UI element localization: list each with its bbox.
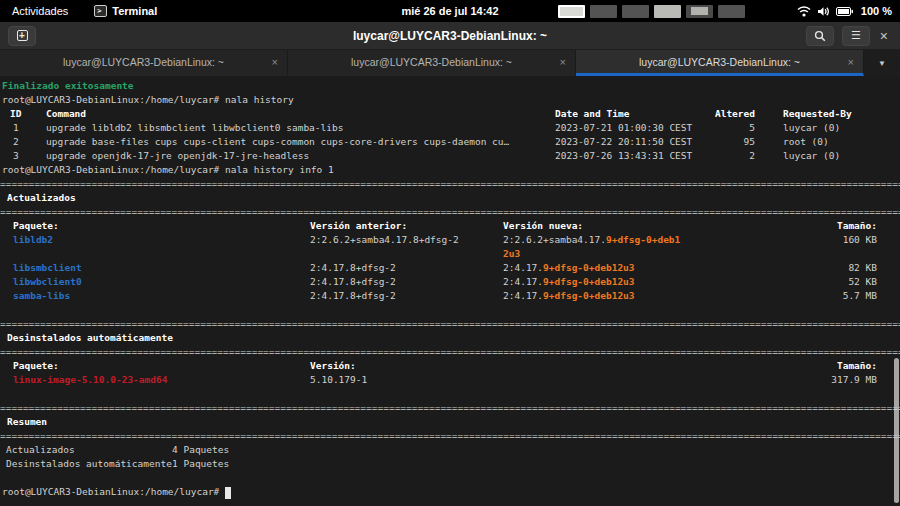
terminal-text: Paquete: xyxy=(13,360,59,371)
terminal-text-segment: 1 Paquetes xyxy=(172,457,229,471)
terminal-text-segment: Finalizado exitosamente xyxy=(2,79,134,93)
terminal-text-segment: Command xyxy=(46,107,86,121)
terminal-text: Altered xyxy=(715,108,755,119)
terminal-line: root@LUYCAR3-DebianLinux:/home/luycar# n… xyxy=(0,93,900,107)
terminal-text: 2:4.17.8+dfsg-2 xyxy=(310,262,396,273)
terminal-text-segment: Requested-By xyxy=(783,107,852,121)
top-bar: Actividades > Terminal mié 26 de jul 14:… xyxy=(0,0,900,22)
terminal-text-segment: Actualizados xyxy=(7,191,76,205)
terminal-text-segment: root (0) xyxy=(783,135,829,149)
window-preview-box[interactable] xyxy=(686,5,713,18)
terminal-text: 2:4.17. xyxy=(503,276,543,287)
terminal-text: upgrade openjdk-17-jre openjdk-17-jre-he… xyxy=(46,150,309,161)
window-preview-box[interactable] xyxy=(718,5,745,18)
terminal-text: samba-libs xyxy=(13,290,70,301)
search-icon xyxy=(814,30,826,42)
terminal-text-segment: 2:4.17.8+dfsg-2 xyxy=(310,261,396,275)
separator-line: ========================================… xyxy=(0,401,900,415)
wifi-icon[interactable] xyxy=(797,6,811,17)
terminal-text-segment: libwbclient0 xyxy=(13,275,82,289)
terminal-text-segment: Versión anterior: xyxy=(310,219,407,233)
terminal-text: Actualizados xyxy=(6,444,75,455)
volume-icon[interactable] xyxy=(817,6,830,17)
terminal-line: Desinstalados automáticamente xyxy=(0,331,900,345)
search-button[interactable] xyxy=(806,26,834,46)
tab-title: luycar@LUYCAR3-DebianLinux: ~ xyxy=(63,56,224,68)
tab-title: luycar@LUYCAR3-DebianLinux: ~ xyxy=(351,56,512,68)
window-header-bar: + luycar@LUYCAR3-DebianLinux: ~ ☰ × xyxy=(0,22,900,50)
separator-line: ========================================… xyxy=(0,205,900,219)
focused-app-menu[interactable]: > Terminal xyxy=(94,5,157,17)
terminal-text-segment: 2023-07-22 20:11:50 CEST xyxy=(555,135,692,149)
terminal-text: Actualizados xyxy=(7,192,76,203)
terminal-text: 9+dfsg-0+deb12u3 xyxy=(543,262,635,273)
terminal-text-segment: 4 Paquetes xyxy=(172,443,229,457)
battery-icon[interactable] xyxy=(836,7,853,16)
terminal-text-segment: 2023-07-26 13:43:31 CEST xyxy=(555,149,692,163)
terminal-text: libldb2 xyxy=(13,234,53,245)
tab-close-icon[interactable]: × xyxy=(848,56,854,68)
terminal-text-segment: 2:2.6.2+samba4.17.8+dfsg-2 xyxy=(310,233,459,247)
window-preview-box[interactable] xyxy=(654,5,681,18)
terminal-text-segment: upgrade base-files cups cups-client cups… xyxy=(46,135,509,149)
window-close-button[interactable]: × xyxy=(870,28,900,44)
terminal-text: 5.7 MB xyxy=(843,290,877,301)
window-preview-box[interactable] xyxy=(590,5,617,18)
terminal-text-segment: 160 KB xyxy=(843,233,877,247)
terminal-text-segment: Paquete: xyxy=(13,219,59,233)
activities-button[interactable]: Actividades xyxy=(0,0,80,22)
terminal-text-segment: 5 xyxy=(749,121,755,135)
terminal-line: Paquete:Versión anterior:Versión nueva:T… xyxy=(0,219,900,233)
tab-list-dropdown-button[interactable]: ▼ xyxy=(864,50,900,76)
terminal-text: Paquete: xyxy=(13,220,59,231)
terminal-line: linux-image-5.10.0-23-amd645.10.179-1317… xyxy=(0,373,900,387)
system-status-menu[interactable]: 100 % xyxy=(797,5,892,17)
separator-line: ========================================… xyxy=(0,345,900,359)
terminal-line: root@LUYCAR3-DebianLinux:/home/luycar# n… xyxy=(0,163,900,177)
terminal-text-segment: ID xyxy=(10,107,21,121)
terminal-text-segment: Versión: xyxy=(310,359,356,373)
terminal-line: Actualizados4 Paquetes xyxy=(0,443,900,457)
terminal-text: 2023-07-22 20:11:50 CEST xyxy=(555,136,692,147)
separator-line: ========================================… xyxy=(0,429,900,443)
terminal-text: 52 KB xyxy=(848,276,877,287)
terminal-text: 2:2.6.2+samba4.17. xyxy=(503,234,606,245)
terminal-text: 160 KB xyxy=(843,234,877,245)
window-preview-box[interactable] xyxy=(622,5,649,18)
terminal-screen[interactable]: Finalizado exitosamenteroot@LUYCAR3-Debi… xyxy=(0,76,900,506)
terminal-text-segment: root@LUYCAR3-DebianLinux:/home/luycar# n… xyxy=(2,93,294,107)
terminal-text-segment: libldb2 xyxy=(13,233,53,247)
terminal-tab[interactable]: luycar@LUYCAR3-DebianLinux: ~× xyxy=(576,50,864,76)
separator-line: ========================================… xyxy=(0,177,900,191)
new-tab-button[interactable]: + xyxy=(8,26,36,46)
menu-button[interactable]: ☰ xyxy=(842,26,870,46)
terminal-tab[interactable]: luycar@LUYCAR3-DebianLinux: ~× xyxy=(0,50,288,76)
tab-close-icon[interactable]: × xyxy=(272,56,278,68)
terminal-text: Command xyxy=(46,108,86,119)
terminal-text-segment: 52 KB xyxy=(848,275,877,289)
terminal-app-icon: > xyxy=(94,5,107,17)
terminal-text: 9+dfsg-0+deb12u3 xyxy=(543,290,635,301)
terminal-text: root (0) xyxy=(783,136,829,147)
terminal-text-segment: 5.7 MB xyxy=(843,289,877,303)
terminal-text: Desinstalados automáticamente xyxy=(6,458,172,469)
terminal-text-segment: 2:4.17.9+dfsg-0+deb12u3 xyxy=(503,275,635,289)
terminal-text: upgrade libldb2 libsmbclient libwbclient… xyxy=(46,122,343,133)
terminal-text-segment: 2u3 xyxy=(503,247,520,261)
terminal-text-segment: 317.9 MB xyxy=(831,373,877,387)
terminal-text-segment: libsmbclient xyxy=(13,261,82,275)
terminal-line: Paquete:Versión:Tamaño: xyxy=(0,359,900,373)
terminal-tab[interactable]: luycar@LUYCAR3-DebianLinux: ~× xyxy=(288,50,576,76)
window-previews xyxy=(558,5,745,18)
terminal-text: Tamaño: xyxy=(837,220,877,231)
terminal-line: Finalizado exitosamente xyxy=(0,79,900,93)
tab-close-icon[interactable]: × xyxy=(560,56,566,68)
terminal-text: luycar (0) xyxy=(783,122,840,133)
terminal-text: 3 xyxy=(13,150,19,161)
window-preview-box[interactable] xyxy=(558,5,585,18)
terminal-text: 2 xyxy=(13,136,19,147)
terminal-line: libldb22:2.6.2+samba4.17.8+dfsg-22:2.6.2… xyxy=(0,233,900,247)
terminal-text: libwbclient0 xyxy=(13,276,82,287)
terminal-line: IDCommandDate and TimeAlteredRequested-B… xyxy=(0,107,900,121)
terminal-text-segment: upgrade libldb2 libsmbclient libwbclient… xyxy=(46,121,343,135)
